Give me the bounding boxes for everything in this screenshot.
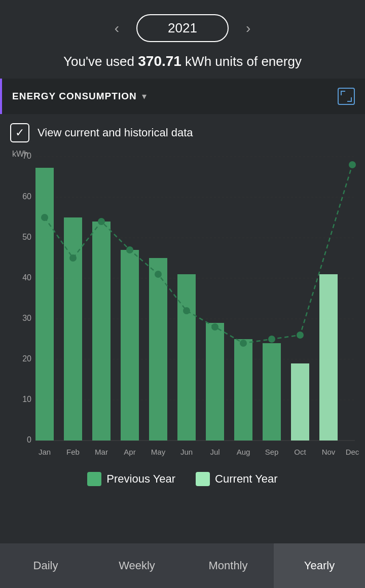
bar-feb [64,217,82,440]
legend-previous-year: Previous Year [87,472,175,486]
svg-text:Apr: Apr [124,448,135,456]
next-year-button[interactable]: › [241,18,256,39]
svg-text:Jun: Jun [180,448,193,456]
bar-mar [92,222,111,440]
bar-nov-current [319,274,338,440]
svg-text:Dec: Dec [346,448,359,456]
bar-jan [35,168,54,440]
legend-label-current: Current Year [215,472,278,486]
bar-apr [121,250,139,440]
legend-swatch-current [196,472,210,486]
dot-feb [69,254,77,262]
dot-jun [183,307,190,314]
year-navigation: ‹ 2021 › [0,0,365,51]
svg-text:Jan: Jan [39,448,51,456]
svg-text:20: 20 [22,354,31,363]
svg-text:0: 0 [27,435,31,444]
dot-apr [126,246,133,253]
bar-sep [263,343,281,440]
current-year-line [45,165,352,343]
svg-text:70: 70 [22,152,31,160]
section-title-row: ENERGY CONSUMPTION ▾ [12,91,147,102]
energy-summary-prefix: You've used [63,54,138,69]
view-toggle-label: View current and historical data [38,126,193,139]
section-header[interactable]: ENERGY CONSUMPTION ▾ [0,79,365,114]
svg-text:10: 10 [22,395,31,403]
chart-legend: Previous Year Current Year [0,463,365,493]
dot-may [155,271,162,278]
expand-corners-icon [341,91,352,102]
legend-swatch-previous [87,472,101,486]
bottom-tab-bar: Daily Weekly Monthly Yearly [0,543,365,588]
bar-jun [177,274,196,440]
svg-text:40: 40 [22,273,31,282]
prev-year-button[interactable]: ‹ [110,18,124,39]
svg-text:30: 30 [22,314,31,322]
dot-dec [349,161,356,168]
tab-daily[interactable]: Daily [0,543,91,588]
energy-chart: kWh 0 10 20 30 40 50 60 70 Jan Feb Mar A… [0,146,365,463]
tab-yearly[interactable]: Yearly [274,543,365,588]
svg-text:Feb: Feb [66,448,80,456]
chart-svg: kWh 0 10 20 30 40 50 60 70 Jan Feb Mar A… [5,146,360,461]
bar-aug [234,339,252,440]
dot-jan [41,214,48,221]
bar-oct-current [291,363,309,440]
view-toggle[interactable]: ✓ View current and historical data [0,114,365,146]
tab-monthly[interactable]: Monthly [182,543,274,588]
dot-aug [240,340,247,347]
svg-text:Sep: Sep [265,448,279,456]
legend-current-year: Current Year [196,472,278,486]
historical-data-checkbox[interactable]: ✓ [10,123,29,142]
section-title: ENERGY CONSUMPTION [12,91,137,102]
svg-text:Mar: Mar [95,448,108,456]
tab-weekly[interactable]: Weekly [91,543,182,588]
dot-jul [211,323,218,330]
svg-text:Oct: Oct [294,448,306,456]
checkmark-icon: ✓ [15,127,24,138]
bar-jul [206,323,224,440]
energy-value: 370.71 [138,53,181,69]
year-display: 2021 [136,14,229,42]
svg-text:60: 60 [22,192,31,201]
energy-summary: You've used 370.71 kWh units of energy [0,51,365,79]
svg-text:May: May [151,448,166,456]
svg-text:Nov: Nov [322,448,336,456]
legend-label-previous: Previous Year [106,472,175,486]
expand-icon[interactable] [338,88,355,105]
chevron-down-icon: ▾ [142,91,147,102]
dot-sep [268,336,275,343]
dot-oct [297,332,304,339]
energy-summary-suffix: kWh units of energy [181,54,302,69]
svg-text:50: 50 [22,233,31,241]
bar-may [149,258,167,440]
dot-mar [98,218,105,225]
svg-text:Jul: Jul [210,448,220,456]
svg-text:Aug: Aug [237,448,250,456]
